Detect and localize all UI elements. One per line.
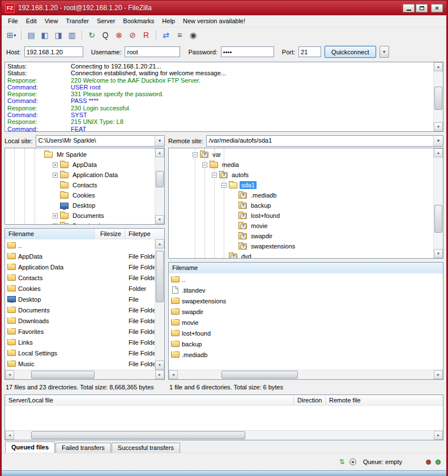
remote-site-combobox[interactable]: /var/media/autofs/sda1 ▾: [206, 135, 443, 147]
local-tree-scrollbar[interactable]: ▲ ▼: [155, 148, 164, 224]
toggle-message-log-button[interactable]: ▤: [25, 29, 37, 41]
menu-edit[interactable]: Edit: [22, 16, 41, 25]
tab-successful-transfers[interactable]: Successful transfers: [112, 443, 180, 453]
scroll-down-button[interactable]: ▼: [155, 361, 164, 370]
remote-list-hscrollbar[interactable]: ◄ ►: [169, 370, 443, 379]
local-file-row-links[interactable]: LinksFile Folder: [5, 337, 155, 348]
disconnect-button[interactable]: ⊘: [126, 29, 139, 41]
menu-server[interactable]: Server: [93, 16, 119, 25]
menu-help[interactable]: Help: [158, 16, 179, 25]
column-header-filename[interactable]: Filename: [169, 263, 443, 273]
scroll-left-button[interactable]: ◄: [5, 370, 14, 379]
scroll-up-button[interactable]: ▲: [155, 239, 164, 248]
scroll-thumb[interactable]: [434, 205, 442, 233]
find-files-button[interactable]: ◉: [187, 29, 199, 41]
menu-new-version-available[interactable]: New version available!: [179, 16, 249, 25]
remote-file-row-swapextensions[interactable]: swapextensions: [169, 295, 443, 306]
local-file-row-application-data[interactable]: Application DataFile Folder: [5, 261, 155, 272]
remote-tree-scrollbar[interactable]: ▲ ▼: [433, 148, 443, 258]
process-queue-button[interactable]: Q: [99, 29, 112, 41]
expand-plus-icon[interactable]: +: [53, 162, 58, 168]
column-header-direction[interactable]: Direction: [294, 395, 326, 405]
minimize-button[interactable]: [403, 4, 415, 12]
remote-file-row-lost-found[interactable]: lost+found: [169, 328, 443, 338]
close-button[interactable]: ×: [431, 4, 443, 12]
remote-tree-item-sda1[interactable]: −sda1: [169, 180, 433, 190]
synchronized-browsing-button[interactable]: ≡: [173, 29, 186, 41]
scroll-thumb[interactable]: [156, 251, 164, 302]
remote-file-row-titandev[interactable]: .titandev: [169, 285, 443, 295]
menu-view[interactable]: View: [41, 16, 62, 25]
collapse-minus-icon[interactable]: −: [212, 173, 217, 178]
scroll-thumb[interactable]: [31, 371, 95, 379]
column-header-filetype[interactable]: Filetype: [125, 229, 164, 239]
remote-tree-item-media[interactable]: −media: [169, 160, 433, 170]
remote-tree-item-mediadb[interactable]: .mediadb: [169, 190, 433, 200]
scroll-track[interactable]: [178, 370, 434, 379]
scroll-up-button[interactable]: ▲: [434, 62, 443, 71]
local-tree-item-documents[interactable]: +Documents: [5, 211, 155, 221]
cancel-button[interactable]: ⊗: [113, 29, 125, 41]
local-file-row-contacts[interactable]: ContactsFile Folder: [5, 272, 155, 283]
remote-tree-item-backup[interactable]: backup: [169, 200, 433, 211]
column-header-remote-file[interactable]: Remote file: [326, 395, 443, 405]
local-file-row-favorites[interactable]: FavoritesFile Folder: [5, 326, 155, 337]
tab-queued-files[interactable]: Queued files: [5, 441, 55, 453]
scroll-thumb[interactable]: [156, 171, 164, 187]
remote-tree-item-lost-found[interactable]: lost+found: [169, 211, 433, 221]
local-file-row-parent-dir[interactable]: ..: [5, 240, 155, 251]
local-site-combobox[interactable]: C:\Users\Mr Sparkle\ ▾: [36, 135, 165, 147]
menu-transfer[interactable]: Transfer: [62, 16, 93, 25]
local-file-row-local-settings[interactable]: Local SettingsFile Folder: [5, 348, 155, 358]
expand-plus-icon[interactable]: +: [53, 224, 58, 225]
scroll-left-button[interactable]: ◄: [5, 431, 14, 440]
local-tree-item-cookies[interactable]: Cookies: [5, 190, 155, 200]
menu-file[interactable]: File: [4, 16, 22, 25]
quickconnect-dropdown-button[interactable]: ▾: [379, 46, 389, 58]
scroll-track[interactable]: [14, 370, 155, 379]
directory-comparison-button[interactable]: ⇄: [160, 29, 172, 41]
local-tree-item-application-data[interactable]: +Application Data: [5, 170, 155, 180]
column-header-server-local-file[interactable]: Server/Local file: [5, 395, 294, 405]
scroll-up-button[interactable]: ▲: [155, 148, 164, 157]
local-list-hscrollbar[interactable]: ◄ ►: [5, 370, 164, 379]
remote-tree-item-var[interactable]: −var: [169, 149, 433, 160]
site-manager-button[interactable]: ⊞▾: [5, 29, 18, 41]
scroll-down-button[interactable]: ▼: [434, 122, 443, 131]
host-input[interactable]: [24, 46, 83, 57]
scroll-thumb[interactable]: [434, 87, 442, 110]
scroll-thumb[interactable]: [31, 431, 245, 439]
scroll-right-button[interactable]: ►: [155, 370, 164, 379]
scroll-track[interactable]: [155, 157, 164, 215]
local-file-row-documents[interactable]: DocumentsFile Folder: [5, 305, 155, 315]
remote-site-dropdown-button[interactable]: ▾: [433, 136, 443, 146]
local-site-dropdown-button[interactable]: ▾: [155, 136, 164, 146]
port-input[interactable]: [298, 46, 321, 57]
collapse-minus-icon[interactable]: −: [193, 152, 198, 157]
reconnect-button[interactable]: R: [140, 29, 152, 41]
log-scrollbar[interactable]: ▲ ▼: [433, 62, 443, 131]
quickconnect-button[interactable]: Quickconnect: [325, 46, 376, 58]
scroll-track[interactable]: [434, 71, 443, 122]
remote-tree-item-movie[interactable]: movie: [169, 221, 433, 231]
local-tree-item-downloads[interactable]: +Downloads: [5, 221, 155, 224]
remote-tree-item-swapdir[interactable]: swapdir: [169, 231, 433, 241]
refresh-button[interactable]: ↻: [86, 29, 98, 41]
toggle-queue-button[interactable]: ▥: [66, 29, 78, 41]
maximize-button[interactable]: [416, 4, 428, 12]
local-tree-item-desktop[interactable]: Desktop: [5, 200, 155, 211]
remote-tree-item-dvd[interactable]: dvd: [169, 251, 433, 258]
scroll-up-button[interactable]: ▲: [434, 148, 443, 157]
password-input[interactable]: [221, 46, 274, 57]
scroll-down-button[interactable]: ▼: [434, 249, 443, 258]
local-file-row-music[interactable]: MusicFile Folder: [5, 358, 155, 369]
local-file-row-appdata[interactable]: AppDataFile Folder: [5, 251, 155, 261]
expand-plus-icon[interactable]: +: [53, 213, 58, 218]
queue-hscrollbar[interactable]: ◄ ►: [5, 430, 443, 440]
remote-tree-item-autofs[interactable]: −autofs: [169, 170, 433, 180]
menu-bookmarks[interactable]: Bookmarks: [119, 16, 158, 25]
remote-file-row-backup[interactable]: backup: [169, 338, 443, 349]
remote-file-row-swapdir[interactable]: swapdir: [169, 306, 443, 317]
column-header-filesize[interactable]: Filesize: [95, 229, 125, 239]
remote-file-row-movie[interactable]: movie: [169, 317, 443, 328]
